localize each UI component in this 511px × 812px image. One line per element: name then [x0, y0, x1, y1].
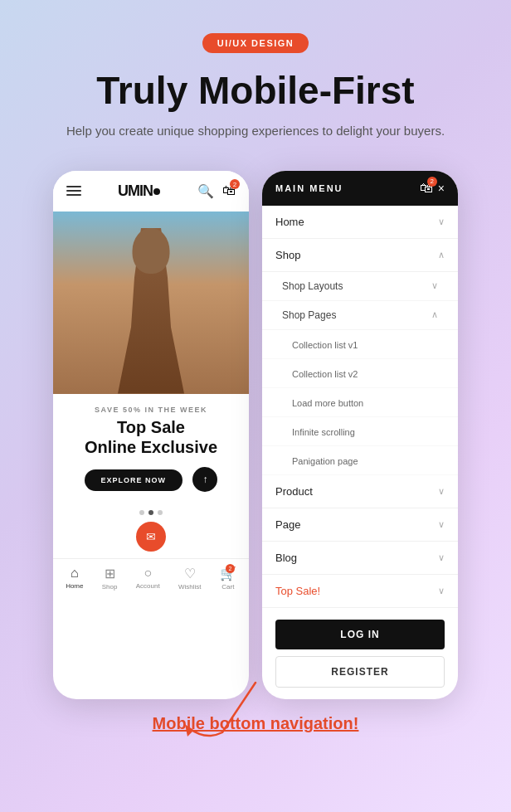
- nav-cart[interactable]: 🛒 Cart 2: [220, 566, 236, 591]
- menu-page-chevron: ∨: [438, 519, 445, 530]
- phone1-header: UMIN 🔍 🛍 2: [53, 171, 249, 212]
- menu-shop-chevron: ∧: [438, 250, 445, 260]
- menu-footer: LOG IN REGISTER: [262, 608, 458, 699]
- cart-nav-badge: 2: [226, 564, 235, 573]
- menu-page-label: Page: [275, 518, 300, 531]
- home-icon: ⌂: [71, 566, 79, 581]
- shop-pages-label: Shop Pages: [282, 309, 336, 321]
- nav-wishlist[interactable]: ♡ Wishlist: [178, 566, 202, 591]
- close-button[interactable]: ×: [438, 182, 445, 195]
- infinite-label: Infinite scrolling: [292, 427, 355, 437]
- menu-item-product[interactable]: Product ∨: [262, 475, 458, 508]
- bottom-nav: ⌂ Home ⊞ Shop ○ Account ♡ Wishlist 🛒 Car…: [53, 558, 249, 599]
- menu-item-shop[interactable]: Shop ∧: [262, 239, 458, 272]
- submenu-shop-pages[interactable]: Shop Pages ∧: [262, 301, 458, 330]
- arrow-svg: [123, 674, 289, 741]
- menu-product-chevron: ∨: [438, 486, 445, 497]
- menu-blog-chevron: ∨: [438, 552, 445, 563]
- header-icons: 🔍 🛍 2: [197, 183, 236, 199]
- logo: UMIN: [118, 182, 161, 200]
- menu-item-page[interactable]: Page ∨: [262, 508, 458, 542]
- badge: UI/UX DESIGN: [202, 33, 309, 53]
- collection-v1-label: Collection list v1: [292, 340, 358, 350]
- phones-wrapper: UMIN 🔍 🛍 2 SAVE 50% IN THE WEEK Top Sale…: [17, 171, 494, 699]
- account-icon: ○: [144, 566, 152, 581]
- explore-button[interactable]: EXPLORE NOW: [85, 469, 183, 491]
- subitem-pagination[interactable]: Panigation page: [262, 446, 458, 475]
- menu-shop-label: Shop: [275, 249, 300, 261]
- menu-item-topsale[interactable]: Top Sale! ∨: [262, 575, 458, 608]
- menu-cart-badge: 2: [427, 177, 437, 187]
- save-text: SAVE 50% IN THE WEEK: [66, 406, 236, 414]
- shop-icon: ⊞: [105, 566, 115, 581]
- menu-topsale-chevron: ∨: [438, 586, 445, 596]
- collection-v2-label: Collection list v2: [292, 369, 358, 379]
- nav-shop[interactable]: ⊞ Shop: [102, 566, 118, 591]
- promo-headline: Top Sale Online Exclusive: [66, 417, 236, 457]
- menu-cart-icon[interactable]: 🛍 2: [420, 181, 433, 196]
- menu-product-label: Product: [275, 485, 313, 498]
- phone-1: UMIN 🔍 🛍 2 SAVE 50% IN THE WEEK Top Sale…: [53, 171, 249, 699]
- menu-item-home[interactable]: Home ∨: [262, 206, 458, 239]
- nav-home[interactable]: ⌂ Home: [66, 566, 83, 590]
- promo-section: SAVE 50% IN THE WEEK Top Sale Online Exc…: [53, 394, 249, 503]
- menu-home-chevron: ∨: [438, 216, 445, 227]
- login-button[interactable]: LOG IN: [275, 620, 445, 649]
- menu-item-blog[interactable]: Blog ∨: [262, 542, 458, 575]
- headline: Truly Mobile-First: [96, 70, 414, 112]
- hero-figure: [53, 212, 249, 394]
- scroll-up-button[interactable]: ↑: [192, 467, 217, 492]
- menu-topsale-label: Top Sale!: [275, 585, 320, 597]
- menu-header-right: 🛍 2 ×: [420, 181, 445, 196]
- wishlist-icon: ♡: [184, 566, 196, 581]
- subitem-load-more[interactable]: Load more button: [262, 388, 458, 417]
- account-label: Account: [136, 582, 160, 590]
- cart-badge: 2: [230, 179, 240, 189]
- load-more-label: Load more button: [292, 398, 363, 408]
- cart-nav-label: Cart: [221, 583, 234, 591]
- dot-3: [158, 510, 163, 515]
- orange-float-btn[interactable]: ✉: [136, 522, 166, 552]
- menu-blog-label: Blog: [275, 552, 297, 564]
- dot-2: [148, 510, 153, 515]
- wishlist-label: Wishlist: [178, 583, 202, 591]
- svg-marker-0: [185, 724, 193, 737]
- menu-header: MAIN MENU 🛍 2 ×: [262, 171, 458, 206]
- cart-icon[interactable]: 🛍 2: [222, 183, 236, 198]
- shop-layouts-label: Shop Layouts: [282, 280, 343, 292]
- dot-1: [139, 510, 144, 515]
- register-button[interactable]: REGISTER: [275, 656, 445, 688]
- subitem-collection-v2[interactable]: Collection list v2: [262, 359, 458, 388]
- shop-label: Shop: [102, 583, 118, 591]
- shop-layouts-chevron: ∨: [431, 280, 438, 291]
- pagination-label: Panigation page: [292, 456, 358, 466]
- shop-pages-chevron: ∧: [431, 309, 438, 320]
- carousel-dots: [53, 510, 249, 515]
- phone-2: MAIN MENU 🛍 2 × Home ∨ Shop ∧: [262, 171, 458, 699]
- submenu-shop-layouts[interactable]: Shop Layouts ∨: [262, 272, 458, 301]
- hamburger-menu[interactable]: [66, 186, 81, 196]
- hero-image: [53, 212, 249, 394]
- subtitle: Help you create unique shopping experien…: [66, 124, 445, 138]
- subitem-collection-v1[interactable]: Collection list v1: [262, 330, 458, 359]
- nav-account[interactable]: ○ Account: [136, 566, 160, 590]
- menu-body: Home ∨ Shop ∧ Shop Layouts ∨ Shop Pages …: [262, 206, 458, 608]
- menu-title: MAIN MENU: [275, 183, 343, 193]
- home-label: Home: [66, 582, 83, 590]
- subitem-infinite[interactable]: Infinite scrolling: [262, 417, 458, 446]
- menu-home-label: Home: [275, 216, 304, 228]
- search-icon[interactable]: 🔍: [197, 183, 214, 199]
